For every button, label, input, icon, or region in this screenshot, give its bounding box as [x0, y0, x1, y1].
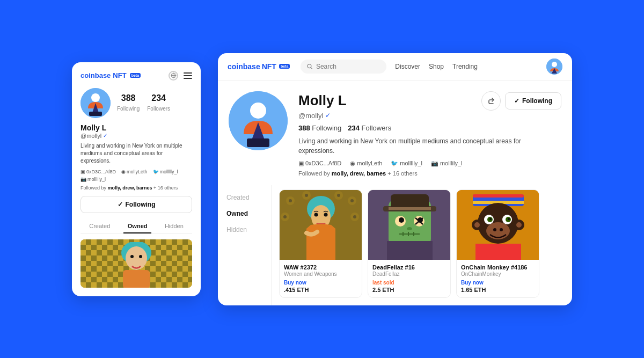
hamburger-menu-icon[interactable]	[184, 72, 192, 79]
desktop-tab-created[interactable]: Created	[224, 189, 265, 206]
svg-rect-39	[389, 207, 431, 210]
nft-card-0[interactable]: WAW #2372 Women and Weapons Buy now .415…	[279, 189, 362, 298]
mobile-profile-section: 388 Following 234 Followers	[80, 88, 192, 118]
tab-owned-mobile[interactable]: Owned	[123, 220, 152, 233]
beta-badge: beta	[130, 73, 141, 78]
nft-action-0[interactable]: Buy now	[284, 280, 357, 286]
nft-info-2: OnChain Monkey #4186 OnChainMonkey Buy n…	[457, 260, 539, 297]
svg-point-11	[552, 62, 557, 67]
desktop-twitter-link[interactable]: 🐦 mollllly_l	[391, 160, 422, 167]
nav-discover[interactable]: Discover	[395, 63, 420, 70]
desktop-wallet-icon: ▣	[298, 160, 304, 167]
desktop-body: Created Owned Hidden	[218, 185, 572, 305]
desktop-wallet-link: ▣ 0xD3C...Af8D	[298, 160, 341, 167]
nft-title-0: WAW #2372	[284, 264, 357, 271]
wallet-link: ▣ 0xD3C...Af8D	[80, 169, 116, 174]
mobile-following-button[interactable]: ✓ Following	[80, 196, 192, 213]
desktop-user-handle: @mollyl ✓	[298, 112, 561, 120]
desktop-twitter-icon: 🐦	[391, 160, 398, 167]
desktop-following-stat: 388 Following	[298, 124, 341, 132]
desktop-user-bio: Living and working in New York on multip…	[298, 136, 556, 156]
nav-trending[interactable]: Trending	[452, 63, 478, 70]
tab-created-mobile[interactable]: Created	[85, 220, 114, 233]
desktop-followed-by: Followed by molly, drew, barnes + 16 oth…	[298, 170, 561, 177]
desktop-beta-badge: beta	[279, 64, 290, 69]
search-icon	[307, 63, 313, 70]
nft-price-0: .415 ETH	[284, 287, 357, 293]
svg-rect-6	[123, 270, 150, 288]
mobile-user-name: Molly L	[80, 123, 192, 132]
desktop-profile-info: Molly L ✓ Following @	[298, 91, 561, 177]
desktop-user-avatar-top[interactable]	[546, 59, 562, 75]
svg-point-25	[350, 199, 354, 202]
desktop-ens-icon: ◉	[350, 160, 355, 167]
desktop-profile-area: Molly L ✓ Following @	[218, 81, 572, 177]
desktop-logo: coinbase NFT beta	[228, 62, 290, 71]
mobile-stats: 388 Following 234 Followers	[117, 93, 170, 113]
svg-point-44	[407, 227, 412, 230]
share-icon	[487, 97, 495, 105]
nft-image-0	[280, 190, 362, 260]
desktop-tab-hidden[interactable]: Hidden	[224, 222, 265, 238]
mobile-profile-card: coinbase NFT beta	[72, 62, 201, 296]
desktop-nav-links: Discover Shop Trending	[395, 63, 478, 70]
svg-rect-50	[473, 198, 524, 201]
desktop-followers-stat: 234 Followers	[348, 124, 391, 132]
desktop-following-button[interactable]: ✓ Following	[505, 92, 561, 109]
desktop-instagram-link[interactable]: 📷 molllily_l	[431, 160, 463, 167]
instagram-link[interactable]: 📷 molllily_l	[80, 177, 106, 182]
nft-card-1[interactable]: DeadFellaz #16 DeadFellaz last sold 2.5 …	[368, 189, 451, 298]
svg-rect-46	[387, 241, 433, 260]
desktop-verified-badge-icon: ✓	[325, 112, 331, 119]
svg-point-60	[493, 228, 496, 231]
nft-price-1: 2.5 ETH	[372, 287, 446, 293]
desktop-ens-link: ◉ mollyLeth	[350, 160, 382, 167]
nft-info-0: WAW #2372 Women and Weapons Buy now .415…	[280, 260, 362, 297]
nft-action-1[interactable]: last sold	[372, 280, 446, 286]
nft-card-2[interactable]: OnChain Monkey #4186 OnChainMonkey Buy n…	[456, 189, 539, 298]
desktop-brand-name: coinbase	[228, 62, 260, 71]
brand-name: coinbase	[80, 71, 111, 79]
instagram-icon: 📷	[80, 177, 86, 182]
desktop-links: ▣ 0xD3C...Af8D ◉ mollyLeth 🐦 mollllly_l …	[298, 160, 561, 167]
desktop-sidebar-tabs: Created Owned Hidden	[218, 185, 272, 305]
tab-hidden-mobile[interactable]: Hidden	[160, 220, 188, 233]
svg-point-5	[126, 246, 147, 270]
nft-collection-0: Women and Weapons	[284, 271, 357, 277]
svg-point-58	[489, 218, 492, 220]
svg-point-32	[314, 213, 318, 216]
svg-point-33	[324, 213, 328, 216]
twitter-link[interactable]: 🐦 mollllly_l	[153, 169, 178, 174]
nft-grid: WAW #2372 Women and Weapons Buy now .415…	[272, 185, 572, 305]
nft-action-2[interactable]: Buy now	[461, 280, 535, 286]
svg-point-7	[130, 255, 134, 258]
svg-point-53	[486, 222, 510, 239]
mobile-avatar	[80, 88, 111, 118]
mobile-header: coinbase NFT beta	[80, 71, 192, 81]
mobile-user-bio: Living and working in New York on multip…	[80, 142, 192, 165]
svg-rect-14	[247, 138, 269, 147]
brand-nft: NFT	[113, 71, 126, 79]
nav-shop[interactable]: Shop	[429, 63, 444, 70]
mobile-nft-preview	[80, 239, 192, 288]
nft-title-1: DeadFellaz #16	[372, 264, 446, 271]
desktop-stats-row: 388 Following 234 Followers	[298, 124, 561, 132]
nft-image-1	[368, 190, 450, 260]
desktop-instagram-icon: 📷	[431, 160, 438, 167]
svg-point-23	[337, 194, 340, 197]
desktop-tab-owned[interactable]: Owned	[224, 206, 265, 222]
svg-point-13	[250, 103, 266, 119]
svg-point-17	[289, 199, 292, 202]
desktop-avatar-large	[229, 91, 288, 150]
desktop-action-buttons: ✓ Following	[481, 91, 561, 111]
search-input[interactable]	[316, 63, 380, 70]
globe-icon[interactable]	[169, 71, 178, 81]
ens-icon: ◉	[121, 169, 126, 174]
search-bar[interactable]	[301, 60, 386, 74]
desktop-profile-card: coinbase NFT beta Discover Shop Trending	[218, 53, 572, 305]
following-label: Following	[117, 106, 140, 112]
followers-stat: 234 Followers	[147, 93, 170, 113]
check-icon: ✓	[118, 201, 123, 208]
svg-rect-3	[89, 112, 102, 116]
share-button[interactable]	[481, 91, 501, 111]
